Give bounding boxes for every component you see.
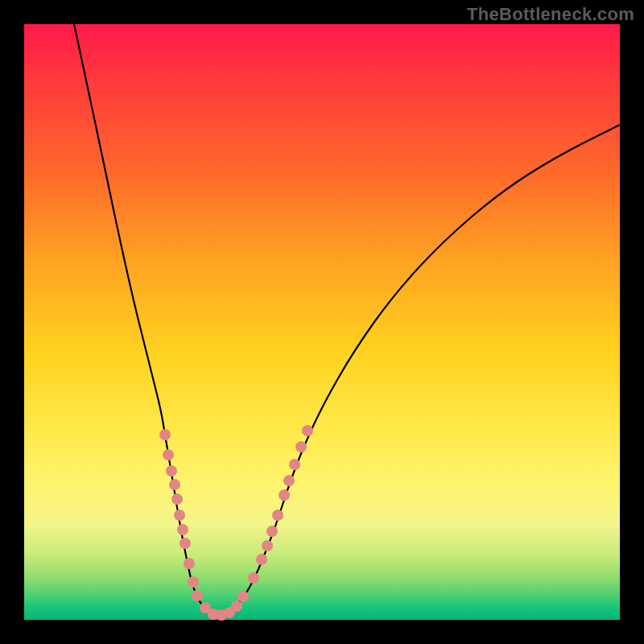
watermark-text: TheBottleneck.com	[467, 4, 634, 25]
data-point	[188, 576, 199, 588]
data-point	[295, 441, 307, 452]
data-point	[262, 540, 273, 551]
data-point	[169, 479, 180, 490]
data-point	[231, 601, 242, 612]
data-point	[237, 591, 249, 602]
data-point	[266, 526, 278, 537]
data-point	[184, 558, 195, 569]
data-point	[166, 465, 177, 477]
data-points	[159, 425, 313, 621]
data-point	[283, 475, 295, 486]
chart-container: TheBottleneck.com	[0, 0, 644, 644]
data-point	[171, 493, 183, 505]
data-point	[192, 590, 203, 601]
data-point	[163, 449, 174, 460]
curve-left	[74, 24, 217, 616]
data-point	[272, 510, 283, 521]
data-point	[159, 429, 171, 440]
data-point	[289, 459, 300, 470]
data-point	[302, 425, 313, 436]
plot-area	[24, 24, 620, 620]
chart-svg	[24, 24, 620, 620]
data-point	[174, 510, 185, 521]
data-point	[177, 524, 188, 535]
data-point	[279, 489, 290, 501]
data-point	[256, 554, 267, 565]
curve-right	[217, 125, 620, 616]
data-point	[180, 538, 191, 549]
data-point	[248, 572, 259, 584]
